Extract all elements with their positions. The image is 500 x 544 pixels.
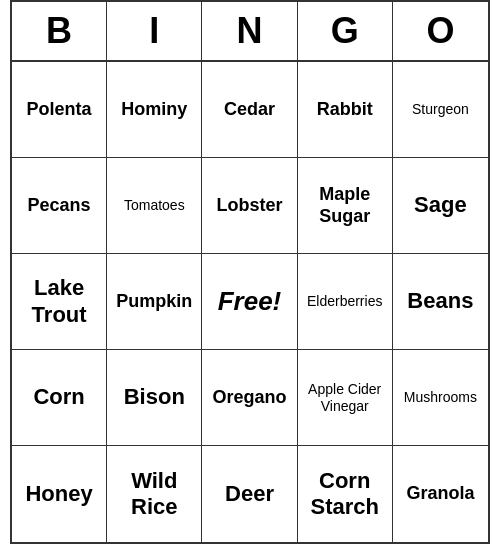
- bingo-cell-0: Polenta: [12, 62, 107, 158]
- cell-text: Lake Trout: [16, 275, 102, 328]
- bingo-cell-10: Lake Trout: [12, 254, 107, 350]
- bingo-cell-23: Corn Starch: [298, 446, 393, 542]
- bingo-cell-8: Maple Sugar: [298, 158, 393, 254]
- cell-text: Corn Starch: [302, 468, 388, 521]
- bingo-cell-13: Elderberries: [298, 254, 393, 350]
- bingo-cell-22: Deer: [202, 446, 297, 542]
- cell-text: Polenta: [27, 99, 92, 121]
- bingo-header: BINGO: [12, 2, 488, 62]
- cell-text: Honey: [25, 481, 92, 507]
- header-letter-g: G: [298, 2, 393, 60]
- bingo-cell-7: Lobster: [202, 158, 297, 254]
- header-letter-b: B: [12, 2, 107, 60]
- header-letter-n: N: [202, 2, 297, 60]
- bingo-cell-11: Pumpkin: [107, 254, 202, 350]
- cell-text: Lobster: [216, 195, 282, 217]
- bingo-cell-6: Tomatoes: [107, 158, 202, 254]
- cell-text: Apple Cider Vinegar: [302, 381, 388, 415]
- bingo-cell-19: Mushrooms: [393, 350, 488, 446]
- bingo-cell-20: Honey: [12, 446, 107, 542]
- cell-text: Free!: [218, 286, 282, 317]
- cell-text: Mushrooms: [404, 389, 477, 406]
- cell-text: Oregano: [212, 387, 286, 409]
- bingo-cell-18: Apple Cider Vinegar: [298, 350, 393, 446]
- bingo-cell-24: Granola: [393, 446, 488, 542]
- cell-text: Pumpkin: [116, 291, 192, 313]
- header-letter-i: I: [107, 2, 202, 60]
- cell-text: Pecans: [28, 195, 91, 217]
- cell-text: Corn: [33, 384, 84, 410]
- cell-text: Wild Rice: [111, 468, 197, 521]
- bingo-card: BINGO PolentaHominyCedarRabbitSturgeonPe…: [10, 0, 490, 544]
- cell-text: Hominy: [121, 99, 187, 121]
- cell-text: Rabbit: [317, 99, 373, 121]
- bingo-cell-4: Sturgeon: [393, 62, 488, 158]
- bingo-cell-14: Beans: [393, 254, 488, 350]
- cell-text: Tomatoes: [124, 197, 185, 214]
- cell-text: Sturgeon: [412, 101, 469, 118]
- cell-text: Sage: [414, 192, 467, 218]
- bingo-cell-1: Hominy: [107, 62, 202, 158]
- bingo-cell-17: Oregano: [202, 350, 297, 446]
- cell-text: Granola: [406, 483, 474, 505]
- bingo-cell-3: Rabbit: [298, 62, 393, 158]
- bingo-cell-2: Cedar: [202, 62, 297, 158]
- cell-text: Deer: [225, 481, 274, 507]
- cell-text: Bison: [124, 384, 185, 410]
- bingo-cell-12: Free!: [202, 254, 297, 350]
- cell-text: Cedar: [224, 99, 275, 121]
- cell-text: Maple Sugar: [302, 184, 388, 227]
- cell-text: Beans: [407, 288, 473, 314]
- bingo-grid: PolentaHominyCedarRabbitSturgeonPecansTo…: [12, 62, 488, 542]
- bingo-cell-21: Wild Rice: [107, 446, 202, 542]
- bingo-cell-15: Corn: [12, 350, 107, 446]
- bingo-cell-5: Pecans: [12, 158, 107, 254]
- cell-text: Elderberries: [307, 293, 382, 310]
- bingo-cell-16: Bison: [107, 350, 202, 446]
- bingo-cell-9: Sage: [393, 158, 488, 254]
- header-letter-o: O: [393, 2, 488, 60]
